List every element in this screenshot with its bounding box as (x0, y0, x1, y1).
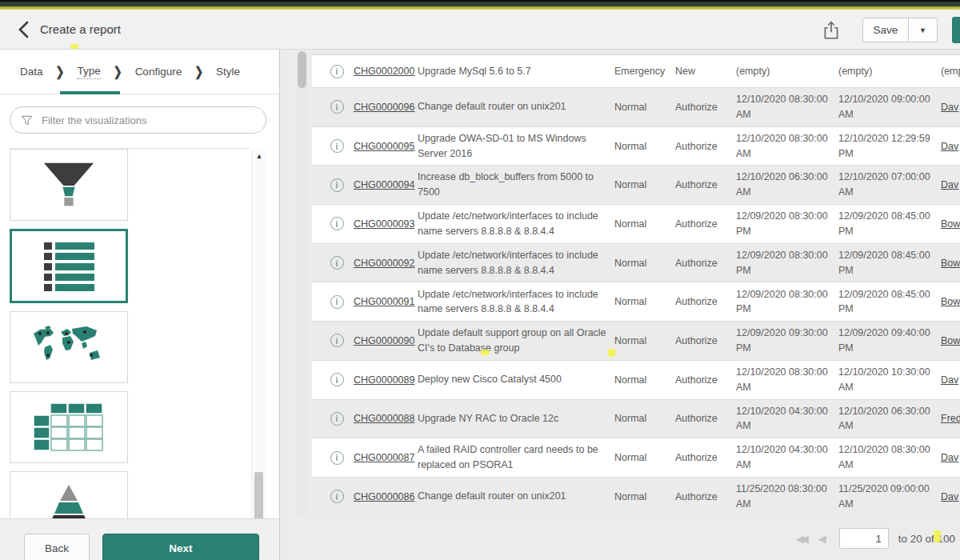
viz-thumbnail-map[interactable] (10, 311, 128, 383)
change-record-link[interactable]: CHG0000090 (354, 335, 414, 346)
wizard-step-configure[interactable]: Configure (135, 66, 182, 78)
scrollbar-thumb[interactable] (254, 472, 263, 522)
state-cell: Authorize (675, 413, 736, 424)
info-icon[interactable]: i (330, 178, 344, 192)
world-map-icon (29, 324, 109, 370)
short-description-cell: Deploy new Cisco Catalyst 4500 (418, 372, 614, 387)
planned-start-cell: 11/25/2020 08:30:00AM (736, 482, 838, 512)
assigned-to-cell: Bow (941, 296, 960, 307)
assigned-to-link[interactable]: Dav (941, 452, 958, 463)
previous-page-icon[interactable]: ◀ (818, 533, 826, 545)
visualization-type-list (10, 148, 250, 519)
planned-end-cell: 12/10/2020 08:30:00AM (838, 442, 941, 473)
priority-cell: Normal (614, 218, 675, 230)
table-row: i CHG0000094 Increase db_block_buffers f… (312, 165, 960, 204)
table-row: i CHG0000090 Update default support grou… (312, 321, 960, 360)
assigned-to-link[interactable]: Bow (941, 258, 960, 269)
info-icon[interactable]: i (330, 65, 344, 78)
assigned-to-link[interactable]: Bow (941, 218, 960, 230)
priority-cell: Normal (614, 452, 675, 463)
save-button[interactable]: Save (862, 18, 909, 42)
state-cell: Authorize (675, 374, 736, 386)
info-icon[interactable]: i (330, 373, 344, 386)
page-number-input[interactable] (839, 528, 889, 549)
clipped-edge-button[interactable] (952, 17, 960, 43)
assigned-to-cell: Dav (941, 102, 960, 113)
back-button[interactable]: Back (24, 534, 90, 560)
first-page-icon[interactable]: ◀◀ (796, 533, 806, 545)
chevron-right-icon: ❯ (56, 64, 65, 79)
planned-start-cell: 12/10/2020 08:30:00AM (736, 131, 838, 162)
assigned-to-link[interactable]: Dav (941, 141, 958, 152)
row-info-cell: i (320, 178, 354, 192)
row-info-cell: i (320, 256, 354, 270)
info-icon[interactable]: i (330, 490, 344, 503)
priority-cell: Normal (614, 102, 675, 113)
funnel-filter-icon (20, 114, 34, 127)
info-icon[interactable]: i (330, 334, 344, 347)
filter-visualizations-input[interactable] (40, 114, 266, 127)
save-dropdown-button[interactable]: ▼ (909, 18, 938, 42)
change-record-link[interactable]: CHG0000095 (354, 141, 414, 152)
assigned-to-cell: Bow (941, 258, 960, 269)
info-icon[interactable]: i (330, 139, 344, 153)
assigned-to-link[interactable]: Dav (941, 491, 958, 502)
viz-thumbnail-list[interactable] (10, 229, 128, 303)
table-row: i CHG0000092 Update /etc/network/interfa… (312, 243, 960, 282)
row-range-label: to 20 of 100 (898, 533, 955, 545)
assigned-to-cell: Fred (941, 413, 960, 424)
assigned-to-link[interactable]: Dav (941, 179, 958, 190)
change-record-link[interactable]: CHG0000093 (354, 218, 414, 230)
next-button[interactable]: Next (102, 534, 259, 560)
back-chevron-icon[interactable] (14, 20, 35, 41)
funnel-chart-icon (33, 158, 105, 211)
change-record-link[interactable]: CHG0000096 (354, 102, 414, 113)
change-request-table: i CHG0002000 Upgrade MySql 5.6 to 5.7 Em… (312, 50, 960, 516)
priority-cell: Normal (614, 413, 675, 424)
viz-thumbnail-funnel[interactable] (10, 149, 128, 221)
change-record-link[interactable]: CHG0000091 (354, 296, 414, 307)
share-icon[interactable] (821, 20, 842, 42)
viz-thumbnail-pyramid[interactable] (10, 471, 128, 519)
wizard-step-data[interactable]: Data (20, 66, 43, 78)
priority-cell: Normal (614, 179, 675, 190)
table-row: i CHG0000095 Upgrade OWA-SD-01 to MS Win… (312, 126, 960, 166)
assigned-to-link[interactable]: Dav (941, 102, 958, 113)
priority-cell: Normal (614, 491, 675, 502)
info-icon[interactable]: i (330, 217, 344, 230)
wizard-step-type[interactable]: Type (77, 65, 100, 79)
change-record-link[interactable]: CHG0002000 (354, 66, 414, 77)
scroll-up-icon[interactable]: ▲ (255, 152, 263, 160)
viz-list-scrollbar[interactable]: ▲ ▼ (251, 149, 266, 560)
planned-start-cell: (empty) (736, 64, 838, 79)
table-row: i CHG0000088 Upgrade NY RAC to Oracle 12… (312, 399, 960, 438)
change-record-link[interactable]: CHG0000094 (354, 179, 414, 190)
viz-thumbnail-table[interactable] (10, 391, 128, 463)
state-cell: New (675, 66, 736, 77)
pyramid-chart-icon (33, 483, 105, 519)
assigned-to-link[interactable]: Bow (941, 335, 960, 346)
assigned-to-cell: (empty) (941, 66, 960, 77)
wizard-step-style[interactable]: Style (216, 66, 240, 78)
info-icon[interactable]: i (330, 100, 344, 114)
planned-end-cell: 12/10/2020 07:00:00AM (838, 170, 941, 200)
chevron-down-icon: ▼ (919, 26, 926, 34)
row-info-cell: i (320, 100, 354, 114)
change-record-link[interactable]: CHG0000089 (354, 374, 414, 386)
planned-start-cell: 12/09/2020 08:30:00PM (736, 209, 838, 239)
assigned-to-cell: Dav (941, 179, 960, 190)
table-scrollbar-thumb[interactable] (298, 51, 306, 88)
change-record-link[interactable]: CHG0000087 (354, 452, 414, 463)
change-record-link[interactable]: CHG0000086 (354, 491, 414, 502)
info-icon[interactable]: i (330, 256, 344, 270)
assigned-to-link[interactable]: Fred (941, 413, 960, 424)
table-scrollbar[interactable] (297, 51, 307, 515)
info-icon[interactable]: i (330, 295, 344, 309)
info-icon[interactable]: i (330, 412, 344, 426)
change-record-link[interactable]: CHG0000092 (354, 258, 414, 269)
pagination-bar: ◀◀ ◀ to 20 of 100 (796, 526, 955, 551)
assigned-to-link[interactable]: Dav (941, 374, 958, 386)
assigned-to-link[interactable]: Bow (941, 296, 960, 307)
change-record-link[interactable]: CHG0000088 (354, 413, 414, 424)
info-icon[interactable]: i (330, 451, 344, 465)
